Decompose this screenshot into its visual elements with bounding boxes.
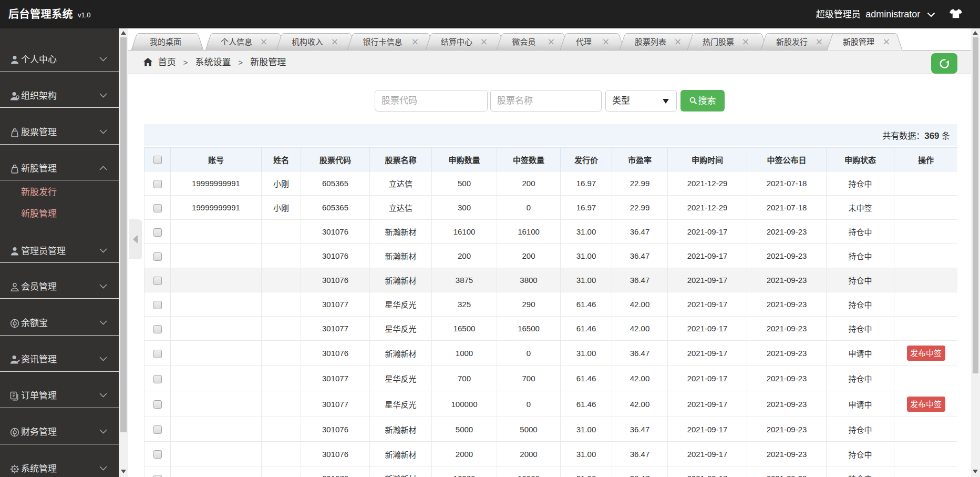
svg-text:股票列表: 股票列表: [635, 37, 666, 46]
svg-text:机构收入: 机构收入: [292, 37, 323, 46]
svg-text:新股发行: 新股发行: [776, 37, 808, 46]
svg-text:个人信息: 个人信息: [221, 37, 252, 46]
svg-text:银行卡信息: 银行卡信息: [363, 37, 402, 46]
svg-text:热门股票: 热门股票: [703, 37, 734, 46]
svg-text:结算中心: 结算中心: [441, 37, 472, 46]
svg-text:我的桌面: 我的桌面: [150, 37, 181, 46]
svg-text:代理: 代理: [576, 37, 592, 46]
svg-text:新股管理: 新股管理: [843, 37, 874, 46]
svg-text:微会员: 微会员: [512, 37, 535, 46]
